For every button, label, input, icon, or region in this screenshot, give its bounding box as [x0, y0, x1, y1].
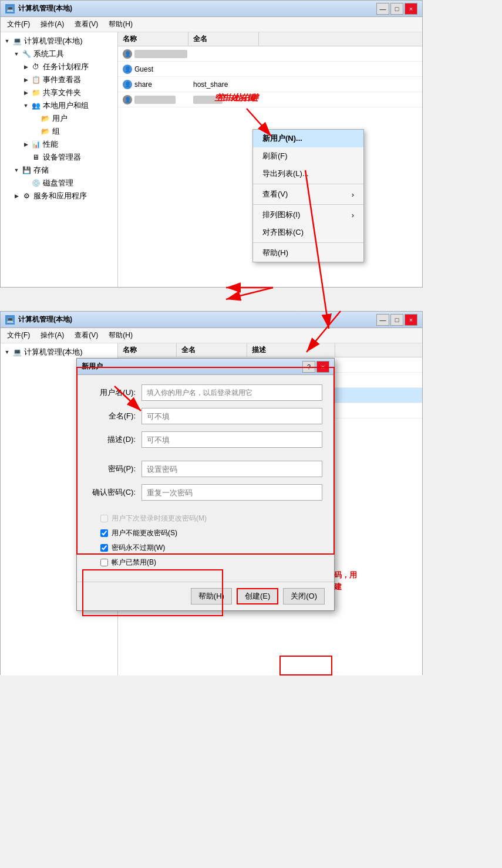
- tree-item-eventviewer[interactable]: ▶ 📋 事件查看器: [1, 73, 117, 86]
- tree-item-users[interactable]: 📂 用户: [1, 112, 117, 125]
- dialog-titlebar: 新用户 ? ×: [77, 359, 334, 375]
- tree-arrow: ▶: [22, 63, 30, 71]
- tree-item-diskmgmt[interactable]: 💿 磁盘管理: [1, 177, 117, 190]
- context-menu-divider3: [253, 242, 363, 243]
- cannotchange-label: 用户不能更改密码(S): [112, 528, 177, 538]
- view-label: 查看(V): [262, 189, 288, 200]
- window-title-icon: 💻: [5, 4, 15, 13]
- top-window-title: 计算机管理(本地): [18, 4, 376, 13]
- menu-help[interactable]: 帮助(H): [105, 18, 137, 31]
- tree-item-performance[interactable]: ▶ 📊 性能: [1, 138, 117, 151]
- tree-item-sharedfolders[interactable]: ▶ 📁 共享文件夹: [1, 86, 117, 99]
- bottom-menu-toolbar: 文件(F) 操作(A) 查看(V) 帮助(H): [1, 328, 422, 343]
- tree-arrow: [31, 114, 39, 123]
- bottom-minimize-button[interactable]: —: [376, 314, 389, 326]
- bottom-menu-view[interactable]: 查看(V): [70, 329, 102, 342]
- bottom-menu-action[interactable]: 操作(A): [36, 329, 68, 342]
- cannotchange-checkbox[interactable]: [100, 529, 108, 537]
- tree-arrow: ▼: [12, 50, 21, 58]
- confirm-password-label: 确认密码(C):: [89, 487, 141, 498]
- context-menu-view[interactable]: 查看(V) ›: [253, 185, 363, 203]
- form-row-password: 密码(P):: [89, 461, 322, 477]
- context-menu-arrange[interactable]: 排列图标(I) ›: [253, 206, 363, 224]
- fullname-input[interactable]: [141, 408, 322, 424]
- form-divider2: [89, 508, 322, 514]
- password-input[interactable]: [141, 461, 322, 477]
- new-user-dialog: 新用户 ? × 用户名(U): 全名(F): 描述(D):: [76, 358, 335, 611]
- context-menu-newuser[interactable]: 新用户(N)...: [253, 130, 363, 147]
- list-item[interactable]: 👤 share host_share: [118, 77, 422, 92]
- tree-arrow: ▶: [22, 89, 30, 97]
- description-input[interactable]: [141, 431, 322, 448]
- tree-item-storage[interactable]: ▼ 💾 存储: [1, 164, 117, 177]
- context-menu-export[interactable]: 导出列表(L)...: [253, 165, 363, 183]
- list-item[interactable]: 👤: [118, 92, 422, 107]
- tree-label: 任务计划程序: [43, 62, 89, 72]
- user-icon: 👤: [123, 80, 132, 89]
- close-button[interactable]: ×: [405, 3, 417, 15]
- fullname-cell: [192, 53, 262, 55]
- tree-label: 计算机管理(本地): [24, 347, 83, 357]
- services-icon: ⚙: [22, 191, 31, 201]
- confirm-password-input[interactable]: [141, 484, 322, 501]
- tree-item-systemtools[interactable]: ▼ 🔧 系统工具: [1, 48, 117, 60]
- user-icon: 👤: [123, 49, 132, 59]
- bottom-window-controls: — □ ×: [376, 314, 417, 326]
- minimize-button[interactable]: —: [376, 3, 389, 15]
- tree-label: 设备管理器: [43, 152, 81, 163]
- blurred-name: [134, 50, 187, 58]
- tree-item-localusers[interactable]: ▼ 👥 本地用户和组: [1, 99, 117, 112]
- col-name-header: 名称: [118, 32, 188, 46]
- tree-label: 共享文件夹: [43, 87, 81, 98]
- performance-icon: 📊: [31, 140, 41, 149]
- create-button[interactable]: 创建(E): [237, 588, 278, 604]
- mustchange-checkbox[interactable]: [100, 515, 108, 522]
- tree-item-services[interactable]: ▶ ⚙ 服务和应用程序: [1, 190, 117, 202]
- close-button[interactable]: 关闭(O): [283, 588, 325, 604]
- tree-arrow: [31, 127, 39, 136]
- tree-label: 服务和应用程序: [33, 191, 87, 201]
- tree-item-scheduler[interactable]: ▶ ⏱ 任务计划程序: [1, 60, 117, 73]
- tree-item-devmgr[interactable]: 🖥 设备管理器: [1, 151, 117, 164]
- tree-arrow: [22, 179, 30, 187]
- menu-file[interactable]: 文件(F): [3, 18, 34, 31]
- col-fullname: 全名: [177, 343, 247, 357]
- dialog-help-btn[interactable]: ?: [302, 361, 315, 373]
- bottom-close-button[interactable]: ×: [405, 314, 417, 326]
- context-menu-refresh[interactable]: 刷新(F): [253, 147, 363, 165]
- context-menu-helpitem[interactable]: 帮助(H): [253, 244, 363, 262]
- tree-item-groups[interactable]: 📂 组: [1, 125, 117, 138]
- menu-view[interactable]: 查看(V): [70, 18, 102, 31]
- submenu-arrow: ›: [352, 190, 354, 199]
- account-disabled-checkbox[interactable]: [100, 559, 108, 566]
- bottom-maximize-button[interactable]: □: [390, 314, 403, 326]
- localusers-icon: 👥: [31, 101, 41, 110]
- dialog-close-btn[interactable]: ×: [316, 361, 329, 373]
- tree-label: 本地用户和组: [43, 100, 89, 111]
- username-input[interactable]: [141, 384, 322, 401]
- context-menu-align[interactable]: 对齐图标(C): [253, 224, 363, 241]
- window-controls: — □ ×: [376, 3, 417, 15]
- menu-action[interactable]: 操作(A): [36, 18, 68, 31]
- form-row-description: 描述(D):: [89, 431, 322, 448]
- tree-arrow: ▶: [22, 140, 30, 148]
- help-button[interactable]: 帮助(H): [191, 588, 232, 604]
- description-label: 描述(D):: [89, 434, 141, 445]
- eventviewer-icon: 📋: [31, 75, 41, 85]
- scheduler-icon: ⏱: [31, 62, 41, 72]
- tree-item-computer[interactable]: ▼ 💻 计算机管理(本地): [1, 35, 117, 48]
- sharedfolder-icon: 📁: [31, 88, 41, 97]
- bottom-menu-help[interactable]: 帮助(H): [105, 329, 137, 342]
- tree-item[interactable]: ▼ 💻 计算机管理(本地): [1, 346, 117, 359]
- maximize-button[interactable]: □: [390, 3, 403, 15]
- username-label: 用户名(U):: [89, 387, 141, 398]
- list-item[interactable]: 👤 Guest: [118, 62, 422, 77]
- list-header: 名称 全名: [118, 32, 422, 46]
- bottom-window-icon: 💻: [5, 315, 15, 325]
- tree-panel: ▼ 💻 计算机管理(本地) ▼ 🔧 系统工具 ▶ ⏱ 任务计划程序 ▶ 📋 事件…: [1, 32, 118, 287]
- bottom-menu-file[interactable]: 文件(F): [3, 329, 34, 342]
- bottom-window-title: 计算机管理(本地): [18, 315, 376, 325]
- tree-label: 存储: [33, 165, 49, 175]
- neverexpire-checkbox[interactable]: [100, 544, 108, 552]
- list-item[interactable]: 👤: [118, 46, 422, 62]
